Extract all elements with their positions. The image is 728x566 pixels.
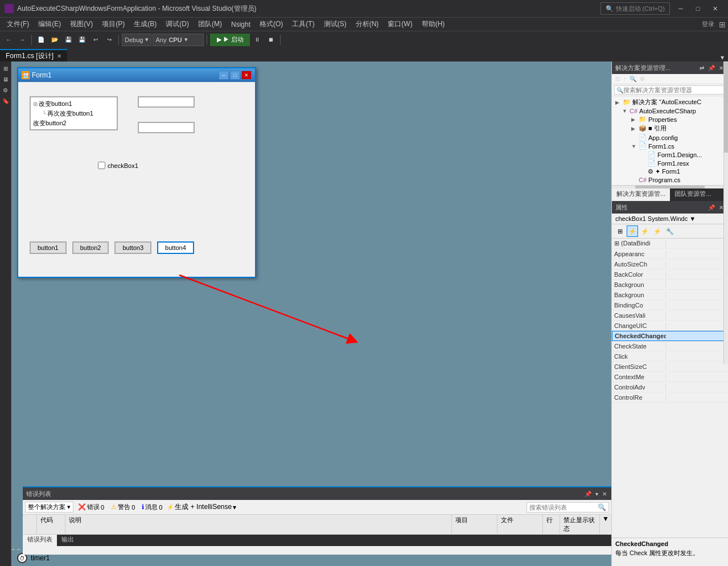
se-node-form1cs[interactable]: ▼ 📄 Form1.cs	[628, 142, 728, 150]
prop-controladv[interactable]: ControlAdv	[612, 382, 728, 392]
prop-bindingco[interactable]: BindingCo	[612, 300, 728, 310]
save-all-button[interactable]: 💾	[76, 34, 88, 46]
error-pin-icon[interactable]: 📌	[583, 490, 593, 498]
form-minimize-button[interactable]: ─	[219, 71, 229, 80]
prop-clientsize[interactable]: ClientSizeC	[612, 362, 728, 372]
prop-contextme[interactable]: ContextMe	[612, 372, 728, 382]
form-checkbox[interactable]: checkBox1	[98, 162, 138, 169]
menu-project[interactable]: 项目(P)	[97, 18, 129, 30]
se-node-form1design[interactable]: 📄 Form1.Design...	[637, 150, 728, 159]
checkbox-input[interactable]	[98, 162, 105, 169]
back-button[interactable]: ←	[2, 34, 15, 46]
menu-nsight[interactable]: Nsight	[227, 19, 255, 30]
quick-launch[interactable]: 🔍 快速启动 (Ctrl+Q)	[601, 2, 670, 15]
prop-appearance[interactable]: Appearanc	[612, 249, 728, 259]
se-node-properties[interactable]: ▶ 📁 Properties	[628, 115, 728, 124]
tab-error-list[interactable]: 错误列表	[23, 535, 57, 546]
close-button[interactable]: ✕	[706, 2, 723, 15]
form-button-2[interactable]: button2	[72, 241, 109, 254]
prop-checkstate[interactable]: CheckState	[612, 341, 728, 351]
debug-config-dropdown[interactable]: Debug ▾	[122, 34, 151, 46]
warning-count-item[interactable]: ⚠ 警告 0	[109, 502, 137, 512]
server-icon[interactable]: 🖥	[1, 75, 10, 84]
filter-icon[interactable]: ▼	[600, 515, 611, 534]
error-count-item[interactable]: ❌ 错误 0	[76, 502, 106, 512]
prop-backcolor[interactable]: BackColor	[612, 269, 728, 280]
pause-button[interactable]: ⏸	[251, 34, 264, 46]
scope-dropdown[interactable]: 整个解决方案 ▾	[25, 502, 73, 512]
build-intellisense-item[interactable]: ⚡ 生成 + IntelliSense ▾	[167, 502, 236, 512]
error-search-input[interactable]	[529, 504, 598, 511]
error-search-box[interactable]: 🔍	[527, 502, 609, 512]
se-tb-icon4[interactable]: ⚙	[639, 75, 646, 83]
props-bolt-btn[interactable]: ⚡	[652, 225, 663, 237]
se-node-appconfig[interactable]: 📄 App.config	[628, 133, 728, 142]
prop-controlre[interactable]: ControlRe	[612, 392, 728, 403]
save-button[interactable]: 💾	[62, 34, 75, 46]
se-node-project[interactable]: ▼ C# AutoExecuteCSharp	[619, 107, 728, 115]
signin-label[interactable]: 登录	[702, 20, 719, 28]
bookmark-icon[interactable]: 🔖	[1, 96, 11, 106]
form-button-3[interactable]: button3	[114, 241, 151, 254]
error-panel-dropdown[interactable]: ▾	[594, 490, 599, 498]
forward-button[interactable]: →	[16, 34, 28, 46]
form-textbox-1[interactable]	[138, 96, 195, 108]
tab-team-explorer[interactable]: 团队资源管...	[670, 188, 715, 201]
platform-dropdown[interactable]: Any CPU ▾	[153, 34, 204, 46]
menu-analyze[interactable]: 分析(N)	[351, 18, 384, 30]
minimize-button[interactable]: ─	[672, 2, 689, 15]
props-scrollbar[interactable]	[723, 61, 728, 364]
message-count-item[interactable]: ℹ 消息 0	[139, 502, 164, 512]
prop-databind[interactable]: ⊞ (DataBindi	[612, 239, 728, 249]
open-button[interactable]: 📂	[48, 34, 61, 46]
form-button-4[interactable]: button4	[157, 241, 194, 254]
se-search-box[interactable]: 🔍	[614, 85, 726, 95]
se-tb-icon2[interactable]: ↑	[622, 75, 627, 83]
toolbox-icon[interactable]: ⊞	[2, 64, 10, 73]
se-search-input[interactable]	[623, 87, 723, 93]
menu-window[interactable]: 窗口(W)	[383, 18, 417, 30]
prop-autosize[interactable]: AutoSizeCh	[612, 259, 728, 269]
tab-output[interactable]: 输出	[57, 535, 79, 546]
form-restore-button[interactable]: □	[230, 71, 240, 80]
se-node-programcs[interactable]: C# Program.cs	[628, 176, 728, 184]
form-textbox-2[interactable]	[138, 122, 195, 133]
tab-solution-explorer[interactable]: 解决方案资源管...	[612, 188, 670, 201]
se-node-form1resx[interactable]: 📄 Form1.resx	[637, 159, 728, 167]
form-button-1[interactable]: button1	[30, 241, 67, 254]
se-tb-icon1[interactable]: ⊡	[614, 75, 621, 83]
tab-dropdown-button[interactable]: ▾	[717, 54, 728, 61]
redo-button[interactable]: ↪	[103, 34, 116, 46]
menu-build[interactable]: 生成(B)	[129, 18, 161, 30]
menu-tools[interactable]: 工具(T)	[287, 18, 319, 30]
menu-view[interactable]: 视图(V)	[65, 18, 97, 30]
props-event-btn[interactable]: ⚡	[639, 225, 651, 237]
prop-changeuic[interactable]: ChangeUIC	[612, 321, 728, 331]
menu-test[interactable]: 测试(S)	[319, 18, 351, 30]
menu-file[interactable]: 文件(F)	[2, 18, 34, 30]
prop-checkedchanged[interactable]: CheckedChanged	[612, 331, 728, 341]
menu-edit[interactable]: 编辑(E)	[34, 18, 65, 30]
form-close-button[interactable]: ✕	[241, 71, 252, 80]
tab-form1-design[interactable]: Form1.cs [设计] ✕	[0, 49, 68, 61]
undo-button[interactable]: ↩	[89, 34, 102, 46]
menu-team[interactable]: 团队(M)	[194, 18, 227, 30]
prop-background2[interactable]: Backgroun	[612, 290, 728, 300]
se-node-references[interactable]: ▶ 📦 ■ 引用	[628, 124, 728, 133]
props-wrench-btn[interactable]: 🔧	[664, 225, 676, 237]
stop-button[interactable]: ⏹	[265, 34, 277, 46]
se-tb-icon3[interactable]: 🔍	[628, 75, 637, 83]
se-node-solution[interactable]: ▶ 📁 解决方案 "AutoExecuteC	[612, 97, 728, 107]
prop-click[interactable]: Click	[612, 351, 728, 362]
prop-background1[interactable]: Backgroun	[612, 280, 728, 290]
props-sidebar-icon[interactable]: ⚙	[1, 85, 10, 95]
se-pin-icon[interactable]: 📌	[707, 64, 716, 72]
error-close-icon[interactable]: ✕	[601, 490, 608, 498]
se-node-form1[interactable]: ⚙ ✦ Form1	[637, 167, 728, 176]
menu-format[interactable]: 格式(O)	[255, 18, 287, 30]
menu-debug[interactable]: 调试(D)	[161, 18, 194, 30]
props-grid-btn[interactable]: ⊞	[614, 225, 626, 237]
menu-help[interactable]: 帮助(H)	[417, 18, 450, 30]
prop-causesval[interactable]: CausesVali	[612, 310, 728, 321]
form-window[interactable]: 🪟 Form1 ─ □ ✕ ⊞ 改变button	[17, 67, 256, 278]
